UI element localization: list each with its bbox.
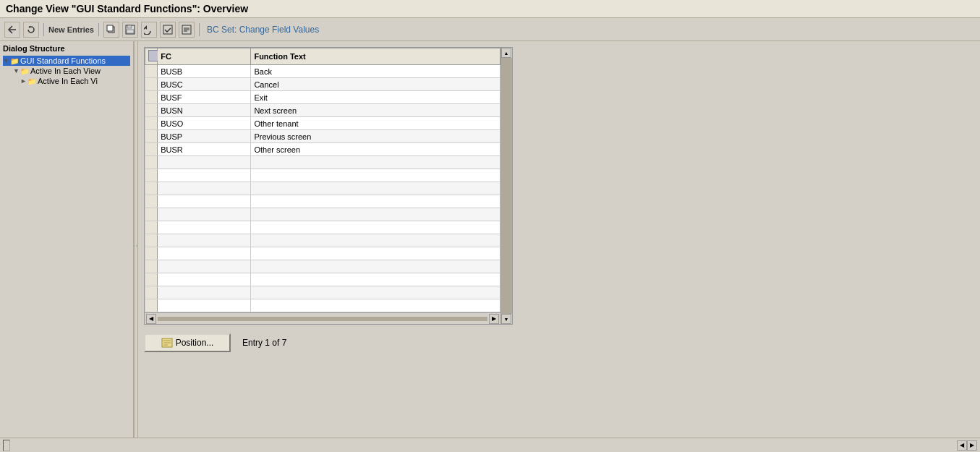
vscroll-up-btn[interactable]: ▲ (501, 48, 511, 58)
table-row[interactable] (145, 273, 500, 286)
table-row[interactable] (145, 156, 500, 169)
table-row[interactable] (145, 234, 500, 247)
row-fc: BUSF (158, 91, 251, 104)
hscroll-left-btn[interactable]: ◀ (146, 314, 156, 324)
row-fc (158, 221, 251, 234)
row-checkbox[interactable] (145, 143, 158, 156)
row-fc (158, 286, 251, 299)
row-function-text (251, 273, 500, 286)
row-fc (158, 169, 251, 182)
h-scrollbar[interactable]: ◀ ▶ (145, 312, 500, 324)
position-btn-label: Position... (176, 338, 214, 348)
row-checkbox[interactable] (145, 104, 158, 117)
row-checkbox[interactable] (145, 260, 158, 273)
table-row[interactable] (145, 182, 500, 195)
row-function-text (251, 247, 500, 260)
row-checkbox[interactable] (145, 247, 158, 260)
row-function-text: Previous screen (251, 130, 500, 143)
sidebar-title: Dialog Structure (3, 44, 130, 53)
row-checkbox[interactable] (145, 117, 158, 130)
table-row[interactable] (145, 221, 500, 234)
table-container: FC Function Text BUSBBackBUSCCancelBUSFE… (144, 47, 513, 325)
row-fc (158, 156, 251, 169)
row-checkbox[interactable] (145, 65, 158, 78)
row-fc (158, 247, 251, 260)
row-checkbox[interactable] (145, 221, 158, 234)
sep1 (43, 23, 44, 36)
status-scroll-right[interactable]: ▶ (967, 440, 977, 451)
v-scrollbar[interactable]: ▲ ▼ (500, 48, 512, 324)
sep2 (98, 23, 99, 36)
sidebar-item-gui-standard[interactable]: ▼ 📁 GUI Standard Functions (3, 56, 130, 66)
table-row[interactable] (145, 299, 500, 312)
table-row[interactable]: BUSCCancel (145, 78, 500, 91)
bc-set-label: BC Set: Change Field Values (207, 25, 319, 35)
select-btn[interactable] (160, 22, 176, 38)
row-function-text: Cancel (251, 78, 500, 91)
row-fc (158, 208, 251, 221)
svg-rect-1 (107, 25, 113, 31)
sidebar-label-gui-standard: GUI Standard Functions (20, 56, 106, 65)
details-btn[interactable] (179, 22, 195, 38)
expand-icon-1: ▼ (3, 57, 10, 64)
undo-btn[interactable] (141, 22, 157, 38)
col-header-function-text[interactable]: Function Text (251, 48, 500, 65)
table-row[interactable] (145, 169, 500, 182)
row-checkbox[interactable] (145, 195, 158, 208)
save-row-btn[interactable] (122, 22, 138, 38)
row-checkbox[interactable] (145, 78, 158, 91)
back-history-btn[interactable] (4, 22, 20, 38)
table-row[interactable]: BUSOOther tenant (145, 117, 500, 130)
folder-icon-3: 📁 (27, 77, 36, 85)
folder-open-icon-1: 📁 (10, 57, 19, 65)
vscroll-track[interactable] (501, 58, 512, 314)
col-header-select (145, 48, 158, 65)
data-table: FC Function Text BUSBBackBUSCCancelBUSFE… (145, 48, 500, 312)
row-checkbox[interactable] (145, 182, 158, 195)
refresh-btn[interactable] (23, 22, 39, 38)
row-checkbox[interactable] (145, 130, 158, 143)
hscroll-right-btn[interactable]: ▶ (489, 314, 499, 324)
row-function-text: Other tenant (251, 117, 500, 130)
table-scroll-area[interactable]: FC Function Text BUSBBackBUSCCancelBUSFE… (145, 48, 500, 312)
copy-row-btn[interactable] (103, 22, 119, 38)
position-button[interactable]: Position... (144, 333, 231, 352)
row-fc (158, 182, 251, 195)
svg-rect-4 (127, 30, 134, 33)
row-checkbox[interactable] (145, 91, 158, 104)
status-scroll-left[interactable]: ◀ (957, 440, 967, 451)
sidebar-item-active-each-view2[interactable]: ► 📁 Active In Each Vi (3, 76, 130, 86)
col-header-fc[interactable]: FC (158, 48, 251, 65)
status-item-left (3, 440, 10, 451)
table-row[interactable] (145, 208, 500, 221)
row-checkbox[interactable] (145, 234, 158, 247)
row-checkbox[interactable] (145, 273, 158, 286)
main-area: Dialog Structure ▼ 📁 GUI Standard Functi… (0, 41, 980, 450)
table-row[interactable] (145, 195, 500, 208)
row-checkbox[interactable] (145, 208, 158, 221)
hscroll-track[interactable] (158, 317, 487, 321)
row-checkbox[interactable] (145, 286, 158, 299)
row-checkbox[interactable] (145, 299, 158, 312)
table-row[interactable]: BUSBBack (145, 65, 500, 78)
row-fc (158, 234, 251, 247)
row-checkbox[interactable] (145, 169, 158, 182)
table-row[interactable]: BUSNNext screen (145, 104, 500, 117)
table-row[interactable] (145, 286, 500, 299)
content-area: FC Function Text BUSBBackBUSCCancelBUSFE… (138, 41, 980, 450)
table-row[interactable]: BUSFExit (145, 91, 500, 104)
vscroll-down-btn[interactable]: ▼ (501, 314, 511, 324)
row-checkbox[interactable] (145, 156, 158, 169)
table-row[interactable] (145, 247, 500, 260)
svg-rect-5 (163, 25, 172, 34)
row-fc: BUSO (158, 117, 251, 130)
row-fc: BUSN (158, 104, 251, 117)
sidebar-item-active-each-view[interactable]: ▼ 📁 Active In Each View (3, 66, 130, 76)
table-row[interactable]: BUSPPrevious screen (145, 130, 500, 143)
footer-area: Position... Entry 1 of 7 (144, 331, 974, 355)
row-fc: BUSP (158, 130, 251, 143)
table-row[interactable]: BUSROther screen (145, 143, 500, 156)
row-function-text (251, 221, 500, 234)
table-row[interactable] (145, 260, 500, 273)
row-fc: BUSR (158, 143, 251, 156)
